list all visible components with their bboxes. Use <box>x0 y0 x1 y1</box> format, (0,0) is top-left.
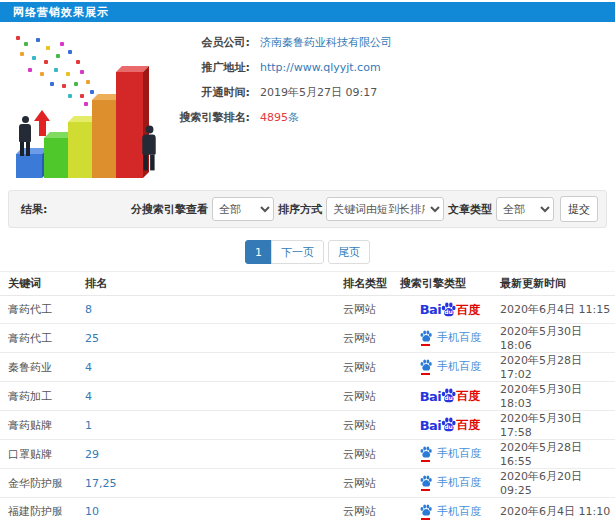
baidu-mobile-paw-icon <box>419 359 433 374</box>
keyword-cell: 秦鲁药业 <box>0 353 85 382</box>
baidu-mobile-paw-icon <box>419 475 433 490</box>
baidu-paw-icon: du <box>440 302 457 318</box>
rank-count-label: 搜索引擎排名: <box>170 110 250 125</box>
rank-type-cell: 云网站 <box>343 324 400 353</box>
engine-cell: Bai du 百度 <box>400 382 500 411</box>
updated-cell: 2020年5月30日 18:03 <box>500 382 615 411</box>
table-row: 膏药贴牌 1 云网站 Bai du 百度 <box>0 411 615 440</box>
baidu-mobile-logo: 手机百度 <box>419 446 481 461</box>
table-row: 膏药代工 25 云网站 手机百度 2020年5月3 <box>0 324 615 353</box>
engine-cell: 手机百度 <box>400 324 500 353</box>
baidu-mobile-logo: 手机百度 <box>419 504 481 519</box>
ranking-table: 关键词 排名 排名类型 搜索引擎类型 最新更新时间 膏药代工 8 云网站 Bai <box>0 271 615 520</box>
rank-type-cell: 云网站 <box>343 469 400 498</box>
company-row: 会员公司: 济南秦鲁药业科技有限公司 <box>170 36 392 49</box>
updated-cell: 2020年5月30日 17:58 <box>500 411 615 440</box>
rank-type-cell: 云网站 <box>343 440 400 469</box>
engine-cell: 手机百度 <box>400 498 500 520</box>
table-row: 秦鲁药业 4 云网站 手机百度 2020年5月28 <box>0 353 615 382</box>
baidu-paw-icon: du <box>440 417 457 433</box>
sort-select[interactable]: 关键词由短到长排序 <box>326 197 444 221</box>
rank-type-cell: 云网站 <box>343 498 400 520</box>
company-link[interactable]: 济南秦鲁药业科技有限公司 <box>260 35 392 50</box>
keyword-cell: 膏药加工 <box>0 382 85 411</box>
last-page-button[interactable]: 尾页 <box>328 240 370 264</box>
promo-url-link[interactable]: http://www.qlyyjt.com <box>260 61 381 74</box>
col-updated: 最新更新时间 <box>500 272 615 296</box>
rank-link[interactable]: 17,25 <box>85 469 343 498</box>
growth-arrow <box>34 110 50 136</box>
info-section: 会员公司: 济南秦鲁药业科技有限公司 推广地址: http://www.qlyy… <box>0 30 615 185</box>
baidu-mobile-logo: 手机百度 <box>419 330 481 345</box>
col-rank: 排名 <box>85 272 343 296</box>
clip-bar-orange <box>92 100 118 178</box>
table-body: 膏药代工 8 云网站 Bai du 百度 <box>0 296 615 520</box>
engine-cell: Bai du 百度 <box>400 411 500 440</box>
rank-link[interactable]: 8 <box>85 296 343 324</box>
promo-url-row: 推广地址: http://www.qlyyjt.com <box>170 61 392 74</box>
article-type-select[interactable]: 全部 <box>496 197 554 221</box>
rank-type-cell: 云网站 <box>343 296 400 324</box>
open-time-label: 开通时间: <box>170 85 250 100</box>
title-bar: 网络营销效果展示 <box>0 2 615 22</box>
pagination: 1 下一页 尾页 <box>0 240 615 264</box>
rank-link[interactable]: 4 <box>85 382 343 411</box>
engine-filter-select[interactable]: 全部 <box>212 197 274 221</box>
page-title: 网络营销效果展示 <box>0 5 109 20</box>
filter-bar: 结果: 分搜索引擎查看 全部 排序方式 关键词由短到长排序 文章类型 全部 提交 <box>8 190 607 228</box>
result-label: 结果: <box>21 202 47 217</box>
engine-filter-label: 分搜索引擎查看 <box>131 202 208 217</box>
rank-type-cell: 云网站 <box>343 411 400 440</box>
clip-bar-green <box>44 138 70 178</box>
rank-type-cell: 云网站 <box>343 353 400 382</box>
rank-count-row: 搜索引擎排名: 4895条 <box>170 111 392 124</box>
businessman-right <box>141 126 157 171</box>
next-page-button[interactable]: 下一页 <box>271 240 324 264</box>
keyword-cell: 口罩贴牌 <box>0 440 85 469</box>
keyword-cell: 福建防护服 <box>0 498 85 520</box>
engine-cell: 手机百度 <box>400 440 500 469</box>
rank-link[interactable]: 29 <box>85 440 343 469</box>
rank-link[interactable]: 25 <box>85 324 343 353</box>
bar-chart-clipart <box>6 32 172 182</box>
company-label: 会员公司: <box>170 35 250 50</box>
rank-link[interactable]: 10 <box>85 498 343 520</box>
baidu-mobile-paw-icon <box>419 446 433 461</box>
member-info: 会员公司: 济南秦鲁药业科技有限公司 推广地址: http://www.qlyy… <box>170 36 392 136</box>
rank-type-cell: 云网站 <box>343 382 400 411</box>
baidu-pc-logo: Bai du 百度 <box>420 302 481 318</box>
clip-bar-yellow <box>68 122 94 178</box>
table-row: 膏药代工 8 云网站 Bai du 百度 <box>0 296 615 324</box>
marketing-report-page: 网络营销效果展示 <box>0 0 615 520</box>
sort-label: 排序方式 <box>278 202 322 217</box>
table-row: 膏药加工 4 云网站 Bai du 百度 <box>0 382 615 411</box>
table-row: 福建防护服 10 云网站 手机百度 2020年6月 <box>0 498 615 520</box>
engine-cell: Bai du 百度 <box>400 296 500 324</box>
baidu-pc-logo: Bai du 百度 <box>420 417 481 433</box>
engine-cell: 手机百度 <box>400 469 500 498</box>
page-1-button[interactable]: 1 <box>245 240 272 264</box>
submit-button[interactable]: 提交 <box>560 196 598 222</box>
article-type-label: 文章类型 <box>448 202 492 217</box>
col-keyword: 关键词 <box>0 272 85 296</box>
table-header-row: 关键词 排名 排名类型 搜索引擎类型 最新更新时间 <box>0 272 615 296</box>
keyword-cell: 膏药代工 <box>0 296 85 324</box>
rank-link[interactable]: 1 <box>85 411 343 440</box>
updated-cell: 2020年5月28日 16:55 <box>500 440 615 469</box>
updated-cell: 2020年5月28日 17:02 <box>500 353 615 382</box>
promo-url-label: 推广地址: <box>170 60 250 75</box>
baidu-mobile-logo: 手机百度 <box>419 475 481 490</box>
open-time-value: 2019年5月27日 09:17 <box>260 85 377 100</box>
rank-link[interactable]: 4 <box>85 353 343 382</box>
engine-cell: 手机百度 <box>400 353 500 382</box>
col-engine-type: 搜索引擎类型 <box>400 272 500 296</box>
baidu-mobile-logo: 手机百度 <box>419 359 481 374</box>
keyword-cell: 金华防护服 <box>0 469 85 498</box>
updated-cell: 2020年6月4日 11:10 <box>500 498 615 520</box>
updated-cell: 2020年6月4日 11:15 <box>500 296 615 324</box>
rank-count-value: 4895条 <box>260 110 299 125</box>
baidu-paw-icon: du <box>440 388 457 404</box>
baidu-mobile-paw-icon <box>419 330 433 345</box>
businessman-left <box>18 116 32 156</box>
confetti-decoration <box>16 36 20 40</box>
